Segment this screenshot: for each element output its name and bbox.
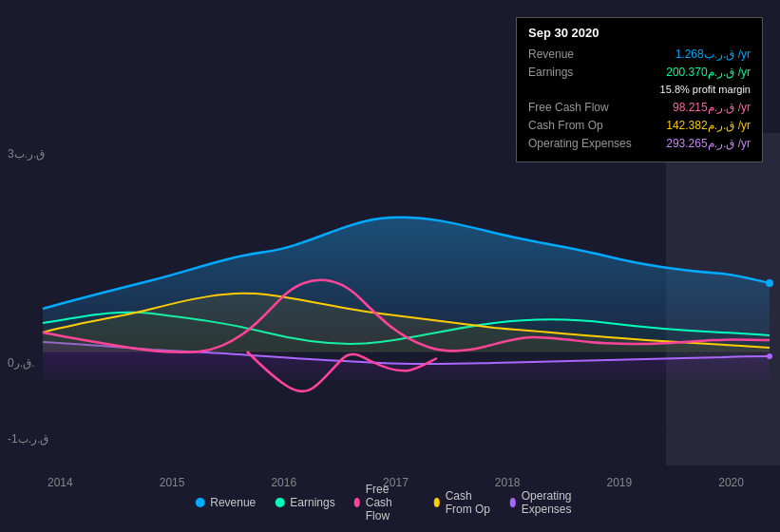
legend-fcf: Free Cash Flow [354, 483, 415, 522]
legend: Revenue Earnings Free Cash Flow Cash Fro… [195, 483, 585, 522]
earnings-label: Earnings [528, 64, 573, 82]
info-row-revenue: Revenue 1.268ق.ر.ب /yr [528, 46, 751, 64]
info-row-margin: 15.8% profit margin [528, 82, 751, 99]
earnings-value: 200.370ق.ر.م /yr [666, 64, 751, 82]
legend-label-fcf: Free Cash Flow [366, 483, 415, 522]
fcf-value: 98.215ق.ر.م /yr [673, 99, 751, 117]
info-row-cashfromop: Cash From Op 142.382ق.ر.م /yr [528, 117, 751, 135]
legend-dot-cashfromop [434, 498, 440, 507]
opex-dot [767, 353, 772, 359]
info-row-fcf: Free Cash Flow 98.215ق.ر.م /yr [528, 99, 751, 117]
chart-svg-wrapper [0, 133, 780, 466]
info-box: Sep 30 2020 Revenue 1.268ق.ر.ب /yr Earni… [516, 17, 763, 162]
x-label-2020: 2020 [718, 476, 744, 489]
legend-dot-earnings [275, 498, 284, 507]
info-row-opex: Operating Expenses 293.265ق.ر.م /yr [528, 135, 751, 153]
revenue-label: Revenue [528, 46, 574, 64]
opex-label: Operating Expenses [528, 135, 632, 153]
info-row-earnings: Earnings 200.370ق.ر.م /yr [528, 64, 751, 82]
legend-revenue: Revenue [195, 496, 256, 509]
revenue-dot [766, 279, 773, 287]
legend-label-cashfromop: Cash From Op [446, 489, 491, 516]
legend-dot-opex [510, 498, 516, 507]
cashfromop-value: 142.382ق.ر.م /yr [666, 117, 751, 135]
legend-label-revenue: Revenue [210, 496, 256, 509]
legend-dot-revenue [195, 498, 204, 507]
x-label-2014: 2014 [48, 476, 73, 489]
legend-dot-fcf [354, 498, 360, 507]
legend-label-opex: Operating Expenses [522, 489, 585, 516]
legend-label-earnings: Earnings [290, 496, 334, 509]
opex-value: 293.265ق.ر.م /yr [666, 135, 751, 153]
legend-opex: Operating Expenses [510, 489, 585, 516]
x-label-2015: 2015 [160, 476, 185, 489]
legend-cashfromop: Cash From Op [434, 489, 491, 516]
cashfromop-label: Cash From Op [528, 117, 603, 135]
chart-svg [0, 133, 780, 466]
fcf-label: Free Cash Flow [528, 99, 609, 117]
margin-value: 15.8% profit margin [660, 82, 751, 99]
info-box-title: Sep 30 2020 [528, 26, 751, 40]
legend-earnings: Earnings [275, 496, 334, 509]
x-label-2019: 2019 [607, 476, 633, 489]
revenue-value: 1.268ق.ر.ب /yr [675, 46, 751, 64]
chart-container: Sep 30 2020 Revenue 1.268ق.ر.ب /yr Earni… [0, 0, 780, 532]
